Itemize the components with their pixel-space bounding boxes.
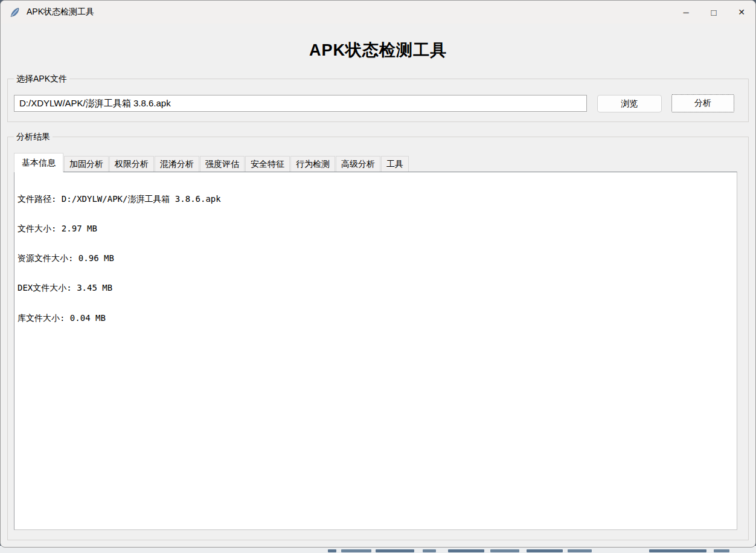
taskbar-icon-fragment: [341, 549, 371, 552]
app-window: APK状态检测工具 ─ □ ✕ APK状态检测工具 选择APK文件 浏览 分析: [0, 0, 756, 548]
python-feather-icon: [9, 7, 21, 18]
analyze-button[interactable]: 分析: [671, 94, 734, 112]
tab-strength-evaluation[interactable]: 强度评估: [200, 156, 245, 172]
desktop-background: APK状态检测工具 ─ □ ✕ APK状态检测工具 选择APK文件 浏览 分析: [0, 0, 756, 553]
taskbar-icon-fragment: [568, 549, 592, 552]
taskbar-icon-fragment: [649, 549, 706, 552]
result-line: 库文件大小: 0.04 MB: [18, 313, 737, 323]
taskbar-icon-fragment: [714, 549, 729, 552]
minimize-button[interactable]: ─: [672, 1, 700, 24]
file-select-group: 选择APK文件 浏览 分析: [7, 79, 749, 122]
result-text: 文件路径: D:/XDYLW/APK/澎湃工具箱 3.8.6.apk 文件大小:…: [14, 172, 737, 343]
result-line: 文件路径: D:/XDYLW/APK/澎湃工具箱 3.8.6.apk: [18, 194, 737, 204]
minimize-icon: ─: [683, 8, 688, 17]
taskbar-icon-fragment: [448, 549, 484, 552]
file-select-group-label: 选择APK文件: [14, 74, 69, 84]
tab-advanced-analysis[interactable]: 高级分析: [336, 156, 380, 172]
tab-security-features[interactable]: 安全特征: [245, 156, 290, 172]
results-group-label: 分析结果: [14, 132, 53, 142]
close-icon: ✕: [738, 7, 745, 17]
tab-tools[interactable]: 工具: [381, 156, 409, 172]
maximize-button[interactable]: □: [700, 1, 728, 24]
tab-basic-info[interactable]: 基本信息: [14, 153, 63, 172]
taskbar-icon-fragment: [328, 549, 336, 552]
result-text-area[interactable]: 文件路径: D:/XDYLW/APK/澎湃工具箱 3.8.6.apk 文件大小:…: [14, 172, 737, 530]
taskbar-icon-fragment: [490, 549, 519, 552]
results-group: 分析结果 基本信息 加固分析 权限分析 混淆分析 强度评估 安全特征 行为检测 …: [7, 137, 749, 540]
page-title: APK状态检测工具: [1, 39, 755, 61]
apk-path-input[interactable]: [14, 95, 587, 112]
result-line: DEX文件大小: 3.45 MB: [18, 283, 737, 293]
window-controls: ─ □ ✕: [672, 1, 755, 24]
tab-hardening-analysis[interactable]: 加固分析: [64, 156, 109, 172]
close-button[interactable]: ✕: [728, 1, 755, 24]
results-tab-bar: 基本信息 加固分析 权限分析 混淆分析 强度评估 安全特征 行为检测 高级分析 …: [14, 152, 409, 172]
maximize-icon: □: [711, 7, 716, 18]
tab-behavior-detection[interactable]: 行为检测: [290, 156, 335, 172]
taskbar-icon-fragment: [527, 549, 563, 552]
taskbar-icon-fragment: [376, 549, 414, 552]
window-title: APK状态检测工具: [27, 7, 94, 18]
tab-permission-analysis[interactable]: 权限分析: [109, 156, 154, 172]
result-line: 资源文件大小: 0.96 MB: [18, 253, 737, 263]
tab-obfuscation-analysis[interactable]: 混淆分析: [155, 156, 199, 172]
titlebar: APK状态检测工具 ─ □ ✕: [1, 1, 755, 24]
taskbar-icon-fragment: [423, 549, 436, 552]
browse-button[interactable]: 浏览: [597, 95, 662, 112]
result-line: 文件大小: 2.97 MB: [18, 224, 737, 233]
